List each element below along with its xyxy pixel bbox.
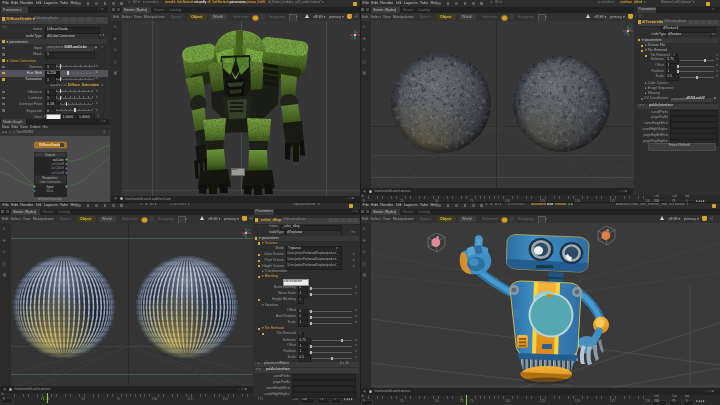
svg-text:outColorG: outColorG [51, 166, 64, 170]
svg-text:Outputs: Outputs [45, 153, 56, 157]
svg-text:Color Correction: Color Correction [39, 180, 60, 184]
svg-text:dlColorCorrection: dlColorCorrection [38, 197, 62, 201]
svg-text:DiffuseGrade: DiffuseGrade [39, 143, 60, 147]
svg-text:outColorB: outColorB [52, 171, 65, 175]
svg-text:outColorR: outColorR [51, 162, 64, 166]
svg-text:Parameters: Parameters [42, 176, 58, 180]
svg-text:outColor: outColor [53, 158, 64, 162]
svg-text:Mask: Mask [47, 189, 54, 193]
svg-text:Input: Input [47, 185, 54, 189]
